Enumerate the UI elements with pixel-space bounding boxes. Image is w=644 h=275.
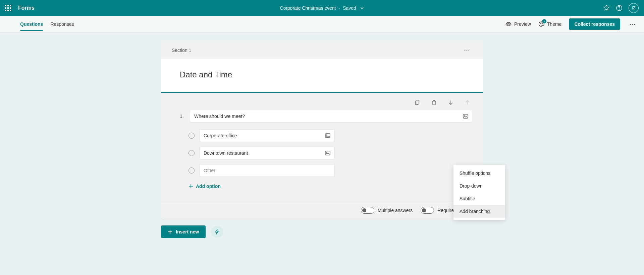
section-title[interactable]: Date and Time [180,70,464,79]
svg-point-2 [508,23,509,25]
multiple-answers-toggle[interactable] [361,207,374,214]
question-card: 1. Where should we meet? Corporate offic… [161,92,483,219]
section-body: Date and Time [161,59,483,92]
question-toolbar [161,93,483,108]
delete-question-button[interactable] [431,99,437,106]
theme-button[interactable]: ✦ Theme [538,21,562,27]
svg-point-4 [541,23,542,23]
option-input-1[interactable]: Corporate office [199,129,334,142]
option-text: Corporate office [204,133,237,138]
premium-icon[interactable] [603,5,610,11]
question-context-menu: Shuffle options Drop-down Subtitle Add b… [453,165,505,220]
editor-tabs: Questions Responses [20,16,74,32]
svg-point-12 [326,152,327,153]
required-toggle[interactable] [421,207,434,214]
collect-responses-button[interactable]: Collect responses [569,18,620,30]
suggestions-button[interactable] [211,226,223,238]
help-icon[interactable] [616,5,623,11]
insert-media-icon[interactable] [325,150,331,156]
option-row: Corporate office [189,129,472,142]
svg-point-8 [464,115,465,116]
question-text-input[interactable]: Where should we meet? [190,110,472,123]
document-title: Corporate Christmas event [280,5,336,11]
multiple-answers-toggle-group: Multiple answers [361,207,413,214]
app-name[interactable]: Forms [18,5,35,11]
insert-row: Insert new [161,225,483,238]
move-up-button [464,99,471,106]
radio-icon [189,150,195,156]
svg-rect-11 [325,151,330,155]
document-title-area[interactable]: Corporate Christmas event - Saved [280,5,364,11]
copy-question-button[interactable] [414,99,421,106]
app-header: Forms Corporate Christmas event - Saved … [0,0,644,16]
eye-icon [505,21,512,27]
svg-point-10 [326,135,327,136]
add-option-button[interactable]: Add option [189,184,472,195]
section-label: Section 1 [172,48,191,53]
toolbar-right: Preview ✦ Theme Collect responses ⋯ [505,18,638,30]
option-row: Downtown restaurant [189,147,472,159]
preview-label: Preview [514,21,531,27]
section-more-button[interactable]: ⋯ [462,47,472,54]
theme-notification-badge: ✦ [542,19,546,23]
svg-point-1 [619,9,620,10]
move-down-button[interactable] [447,99,454,106]
option-input-2[interactable]: Downtown restaurant [199,147,334,159]
svg-rect-9 [325,134,330,138]
avatar-initials: IZ [632,6,636,10]
lightning-icon [214,229,220,234]
svg-point-3 [540,23,541,24]
insert-new-button[interactable]: Insert new [161,225,206,238]
palette-icon: ✦ [538,21,544,27]
section-header[interactable]: Section 1 ⋯ [161,42,483,59]
user-avatar[interactable]: IZ [629,3,639,13]
radio-icon [189,133,195,139]
option-input-other[interactable]: Other [199,164,334,177]
svg-rect-6 [416,100,419,104]
menu-add-branching[interactable]: Add branching [453,205,505,218]
form-card: Section 1 ⋯ Date and Time [161,42,483,219]
form-content: Section 1 ⋯ Date and Time [161,42,483,275]
question-number: 1. [180,114,185,119]
add-option-label: Add option [196,184,221,189]
option-row: Other [189,164,472,177]
menu-drop-down[interactable]: Drop-down [453,180,505,192]
waffle-icon [5,5,11,11]
tab-responses[interactable]: Responses [50,16,74,32]
radio-icon [189,167,195,174]
insert-new-label: Insert new [176,229,199,234]
chevron-down-icon [360,6,364,10]
plus-icon [168,229,172,234]
header-right: IZ [603,3,644,13]
required-toggle-group: Required [421,207,457,214]
insert-media-icon[interactable] [325,133,331,139]
theme-label: Theme [547,21,562,27]
plus-icon [189,184,193,189]
saved-status: Saved [343,5,356,11]
preview-button[interactable]: Preview [505,21,531,27]
insert-media-icon[interactable] [463,113,469,119]
svg-rect-7 [463,114,468,118]
tab-questions[interactable]: Questions [20,16,43,32]
svg-point-5 [542,23,543,24]
multiple-answers-label: Multiple answers [378,208,413,213]
toolbar: Questions Responses Preview ✦ Theme Coll… [0,16,644,32]
option-text: Downtown restaurant [204,150,248,156]
main-scroll-area[interactable]: Section 1 ⋯ Date and Time [0,32,644,275]
option-other-placeholder: Other [204,168,215,173]
question-body: 1. Where should we meet? Corporate offic… [161,108,483,202]
more-actions-button[interactable]: ⋯ [628,20,638,28]
question-footer: Multiple answers Required ⋯ [161,202,483,219]
menu-shuffle-options[interactable]: Shuffle options [453,167,505,180]
menu-subtitle[interactable]: Subtitle [453,192,505,205]
app-launcher-button[interactable] [0,0,16,16]
question-title-row: 1. Where should we meet? [180,110,472,123]
question-text: Where should we meet? [194,114,245,119]
